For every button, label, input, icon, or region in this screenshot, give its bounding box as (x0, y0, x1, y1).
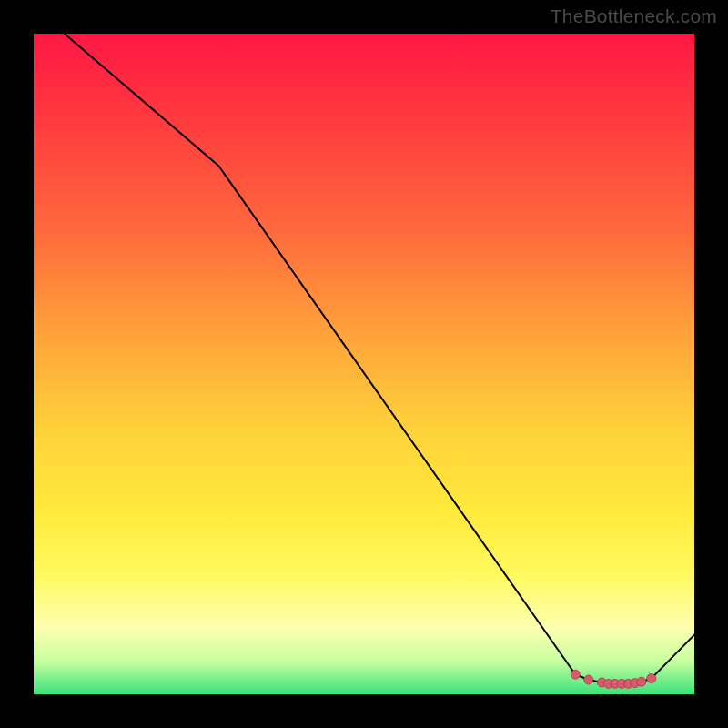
chart-svg (34, 34, 694, 694)
marker-point (571, 670, 580, 679)
chart-line (34, 7, 694, 683)
chart-markers (571, 670, 655, 688)
marker-point (584, 675, 593, 684)
plot-area (34, 34, 694, 694)
marker-point (647, 674, 656, 683)
chart-frame: TheBottleneck.com (0, 0, 728, 728)
attribution-text: TheBottleneck.com (551, 5, 717, 27)
marker-point (637, 677, 646, 686)
